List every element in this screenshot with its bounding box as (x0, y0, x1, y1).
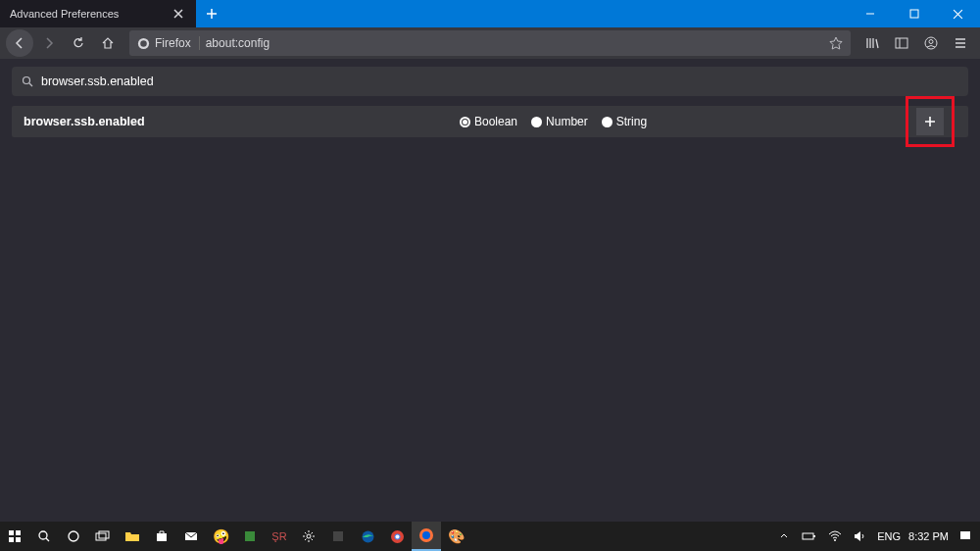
home-button[interactable] (94, 29, 122, 57)
edge-icon[interactable] (353, 522, 382, 551)
minimize-button[interactable] (848, 0, 892, 27)
system-tray: ENG 8:32 PM (769, 530, 980, 542)
svg-rect-10 (16, 530, 21, 535)
close-window-button[interactable] (936, 0, 980, 27)
add-preference-button[interactable] (916, 108, 944, 135)
search-icon (22, 75, 33, 87)
account-button[interactable] (917, 29, 945, 57)
taskbar-search-icon[interactable] (29, 522, 59, 551)
radio-label: String (616, 115, 647, 128)
window-controls (848, 0, 980, 27)
svg-rect-0 (910, 10, 918, 18)
svg-line-14 (46, 538, 49, 541)
language-indicator[interactable]: ENG (877, 530, 901, 542)
about-config-content: browser.ssb.enabled Boolean Number Strin… (0, 59, 980, 522)
preference-search-input[interactable] (41, 75, 958, 88)
windows-taskbar: 🤪 ŞR 🎨 ENG (0, 522, 980, 551)
radio-icon (531, 117, 542, 127)
svg-rect-12 (16, 537, 21, 542)
svg-point-28 (422, 531, 430, 539)
svg-rect-20 (245, 531, 255, 541)
svg-point-7 (24, 77, 30, 84)
preference-row: browser.ssb.enabled Boolean Number Strin… (12, 106, 968, 137)
wifi-icon[interactable] (826, 530, 844, 542)
taskbar-app-icon[interactable] (235, 522, 265, 551)
radio-icon (460, 117, 470, 127)
maximize-button[interactable] (892, 0, 936, 27)
tray-chevron-icon[interactable] (775, 531, 793, 541)
url-text: about:config (206, 36, 823, 50)
file-explorer-icon[interactable] (118, 522, 147, 551)
svg-point-6 (929, 40, 933, 44)
svg-rect-17 (99, 531, 109, 538)
radio-label: Boolean (474, 115, 517, 128)
mail-icon[interactable] (176, 522, 206, 551)
close-tab-icon[interactable] (171, 6, 186, 22)
svg-point-31 (834, 539, 836, 541)
radio-label: Number (546, 115, 588, 128)
chrome-icon[interactable] (382, 522, 412, 551)
window-titlebar: Advanced Preferences (0, 0, 980, 27)
svg-point-2 (140, 40, 147, 47)
svg-rect-30 (813, 535, 815, 537)
radio-icon (602, 117, 612, 127)
type-radio-number[interactable]: Number (531, 115, 588, 128)
svg-rect-22 (333, 531, 343, 541)
battery-icon[interactable] (801, 531, 818, 541)
cortana-icon[interactable] (59, 522, 88, 551)
taskbar-app-icon[interactable]: 🤪 (206, 522, 235, 551)
svg-rect-18 (157, 533, 167, 541)
sidebar-button[interactable] (888, 29, 915, 57)
svg-rect-3 (896, 38, 907, 48)
forward-button[interactable] (35, 29, 63, 57)
taskbar-left: 🤪 ŞR 🎨 (0, 522, 470, 551)
svg-rect-29 (803, 533, 813, 539)
svg-point-21 (307, 534, 311, 538)
svg-rect-16 (96, 533, 106, 540)
url-bar[interactable]: Firefox about:config (129, 30, 851, 56)
firefox-taskbar-icon[interactable] (412, 522, 441, 551)
svg-rect-9 (9, 530, 14, 535)
tab-title: Advanced Preferences (10, 8, 119, 20)
preference-search-row (12, 67, 968, 96)
svg-rect-11 (9, 537, 14, 542)
bookmark-star-icon[interactable] (829, 36, 843, 50)
library-button[interactable] (858, 29, 886, 57)
notifications-icon[interactable] (956, 530, 974, 542)
browser-tab[interactable]: Advanced Preferences (0, 0, 196, 27)
clock[interactable]: 8:32 PM (908, 530, 949, 542)
type-radio-boolean[interactable]: Boolean (460, 115, 517, 128)
svg-point-26 (395, 534, 399, 538)
taskbar-app-icon[interactable]: 🎨 (441, 522, 470, 551)
volume-icon[interactable] (852, 530, 869, 542)
store-icon[interactable] (147, 522, 176, 551)
reload-button[interactable] (65, 29, 92, 57)
preference-name: browser.ssb.enabled (24, 115, 460, 128)
identity-label: Firefox (155, 36, 191, 50)
firefox-logo-icon (137, 37, 150, 50)
svg-point-15 (69, 531, 78, 541)
taskbar-app-icon[interactable]: ŞR (265, 522, 294, 551)
svg-rect-32 (960, 531, 970, 539)
type-radio-group: Boolean Number String (460, 115, 647, 128)
settings-icon[interactable] (294, 522, 323, 551)
start-button[interactable] (0, 522, 29, 551)
menu-button[interactable] (947, 29, 974, 57)
taskbar-app-icon[interactable] (323, 522, 353, 551)
navigation-toolbar: Firefox about:config (0, 27, 980, 59)
taskview-icon[interactable] (88, 522, 118, 551)
svg-line-8 (29, 83, 32, 86)
new-tab-button[interactable] (196, 0, 227, 27)
back-button[interactable] (6, 29, 33, 57)
identity-box[interactable]: Firefox (137, 36, 200, 50)
type-radio-string[interactable]: String (602, 115, 647, 128)
svg-point-13 (39, 531, 47, 539)
